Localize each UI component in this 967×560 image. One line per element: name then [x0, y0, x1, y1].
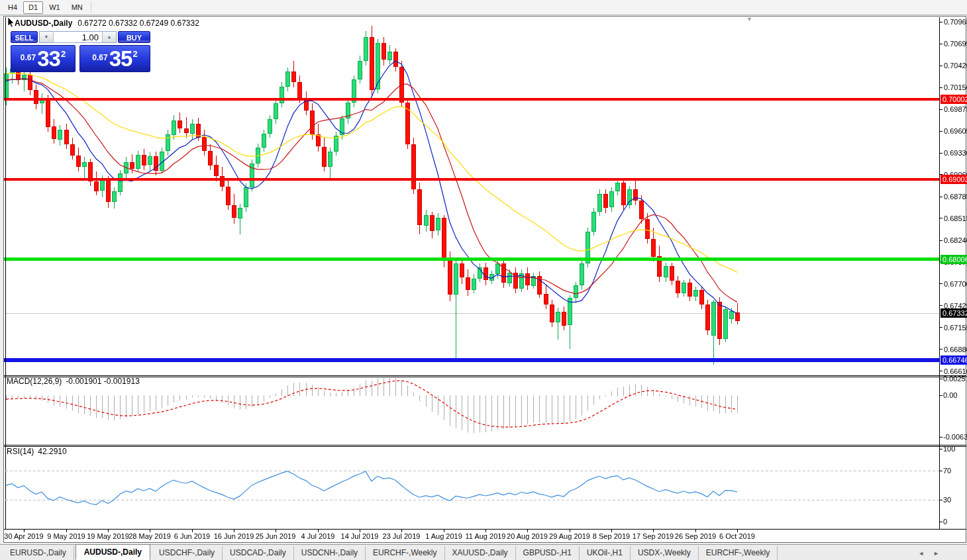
- rsi-tick-label: 100: [943, 445, 955, 453]
- price-tick-label: 0.68785: [944, 193, 967, 201]
- volume-increase-icon[interactable]: ▲: [102, 32, 116, 42]
- date-tick-label: 4 Jul 2019: [296, 532, 340, 540]
- price-tick-label: 0.67155: [944, 324, 967, 332]
- date-tick-label: 17 Sep 2019: [631, 532, 675, 540]
- date-tick-label: 11 Aug 2019: [464, 532, 507, 540]
- volume-decrease-icon[interactable]: ▼: [40, 32, 54, 42]
- chart-tab-eurchfweekly[interactable]: EURCHF-,Weekly: [366, 546, 444, 560]
- date-tick-label: 23 Jul 2019: [380, 532, 423, 540]
- chart-ohlc-values: 0.67272 0.67332 0.67249 0.67332: [77, 19, 199, 28]
- chart-tab-audusddaily[interactable]: AUDUSD-,Daily: [76, 544, 150, 560]
- price-tick-label: 0.69330: [944, 149, 967, 157]
- chart-tab-ukoilh1[interactable]: UKOil-,H1: [580, 546, 631, 560]
- buy-price-panel[interactable]: 0.67352: [79, 45, 150, 72]
- price-level-badge: 0.67332: [941, 308, 967, 318]
- macd-tick-label: -0.006326: [943, 433, 967, 441]
- buy-price-big: 35: [109, 46, 132, 71]
- buy-price-sup: 2: [132, 49, 137, 59]
- price-level-badge: 0.69003: [941, 175, 967, 184]
- price-chart-canvas[interactable]: [0, 0, 967, 560]
- sell-price-sup: 2: [61, 49, 66, 59]
- chart-tab-usdcnhdaily[interactable]: USDCNH-,Daily: [294, 546, 366, 560]
- date-tick-label: 16 Jun 2019: [212, 532, 256, 540]
- volume-input[interactable]: [54, 32, 102, 42]
- date-tick-label: 6 Oct 2019: [715, 532, 759, 540]
- date-tick-label: 20 Aug 2019: [505, 532, 549, 540]
- macd-label: MACD(12,26,9): [7, 377, 62, 386]
- price-tick-label: 0.70965: [944, 18, 967, 26]
- price-level-badge: 0.68006: [941, 255, 967, 264]
- price-tick-label: 0.70420: [944, 62, 967, 70]
- price-level-badge: 0.70002: [941, 95, 967, 104]
- chart-tab-usdcaddaily[interactable]: USDCAD-,Daily: [223, 546, 294, 560]
- price-tick-label: 0.69875: [944, 105, 967, 113]
- price-tick-label: 0.68515: [944, 214, 967, 222]
- rsi-indicator-header: RSI(14)42.2910: [7, 447, 67, 456]
- sell-price-panel[interactable]: 0.67332: [11, 45, 76, 72]
- rsi-tick-label: 0: [943, 518, 947, 526]
- date-tick-label: 9 May 2019: [44, 532, 88, 540]
- chart-shift-marker-icon: ▼: [746, 16, 752, 23]
- price-tick-label: 0.70150: [944, 83, 967, 91]
- price-tick-label: 0.68240: [944, 236, 967, 244]
- macd-values: -0.001901 -0.001913: [66, 377, 139, 386]
- sell-price-big: 33: [37, 46, 60, 71]
- chart-tab-usdxweekly[interactable]: USDX-,Weekly: [631, 546, 699, 560]
- chart-symbol-label: AUDUSD-,Daily: [15, 19, 72, 28]
- date-tick-label: 30 Apr 2019: [2, 532, 46, 540]
- date-tick-label: 25 Jun 2019: [254, 532, 297, 540]
- chart-tab-gbpusdh1[interactable]: GBPUSD-,H1: [516, 546, 580, 560]
- tab-scroll-right-icon[interactable]: ►: [933, 550, 948, 557]
- macd-indicator-header: MACD(12,26,9)-0.001901 -0.001913: [7, 377, 140, 386]
- chart-tab-usdchfdaily[interactable]: USDCHF-,Daily: [152, 546, 223, 560]
- buy-button[interactable]: BUY: [118, 31, 150, 43]
- chart-tab-eurchfweekly[interactable]: EURCHF-,Weekly: [699, 546, 778, 560]
- price-tick-label: 0.70695: [944, 40, 967, 48]
- mt4-terminal: H4D1W1MN AUDUSD-,Daily0.67272 0.67332 0.…: [0, 0, 967, 560]
- sell-price-prefix: 0.67: [21, 53, 36, 62]
- price-tick-label: 0.66880: [944, 346, 967, 353]
- date-tick-label: 6 Jun 2019: [170, 532, 214, 540]
- rsi-tick-label: 70: [943, 467, 951, 475]
- chart-tab-bar: EURUSD-,DailyAUDUSD-,DailyUSDCHF-,DailyU…: [0, 544, 967, 560]
- date-tick-label: 26 Sep 2019: [674, 532, 717, 540]
- buy-price-prefix: 0.67: [92, 53, 107, 62]
- tab-scroll-left-icon[interactable]: ◄: [918, 550, 933, 557]
- chart-tab-eurusddaily[interactable]: EURUSD-,Daily: [3, 546, 74, 560]
- price-tick-label: 0.67700: [944, 280, 967, 288]
- price-tick-label: 0.69605: [944, 127, 967, 135]
- one-click-trading-panel: SELL ▼ ▲ BUY 0.67332 0.67352: [11, 31, 150, 72]
- date-tick-label: 1 Aug 2019: [422, 532, 466, 540]
- rsi-value: 42.2910: [38, 447, 66, 456]
- rsi-label: RSI(14): [7, 447, 34, 456]
- chart-tab-xauusddaily[interactable]: XAUUSD-,Daily: [445, 546, 516, 560]
- date-tick-label: 28 May 2019: [128, 532, 172, 540]
- tab-scroll-arrows: ◄►: [918, 550, 948, 557]
- price-level-badge: 0.66746: [941, 355, 967, 365]
- date-tick-label: 8 Sep 2019: [589, 532, 633, 540]
- rsi-tick-label: 30: [943, 496, 951, 504]
- date-tick-label: 14 Jul 2019: [338, 532, 382, 540]
- macd-tick-label: 0.00: [943, 391, 957, 399]
- chart-title: AUDUSD-,Daily0.67272 0.67332 0.67249 0.6…: [15, 19, 199, 28]
- sell-button[interactable]: SELL: [11, 31, 38, 43]
- macd-tick-label: 0.002574: [943, 375, 967, 383]
- volume-spinner: ▼ ▲: [39, 31, 117, 43]
- date-tick-label: 19 May 2019: [86, 532, 130, 540]
- price-tick-label: 0.66610: [944, 367, 967, 375]
- date-tick-label: 29 Aug 2019: [548, 532, 591, 540]
